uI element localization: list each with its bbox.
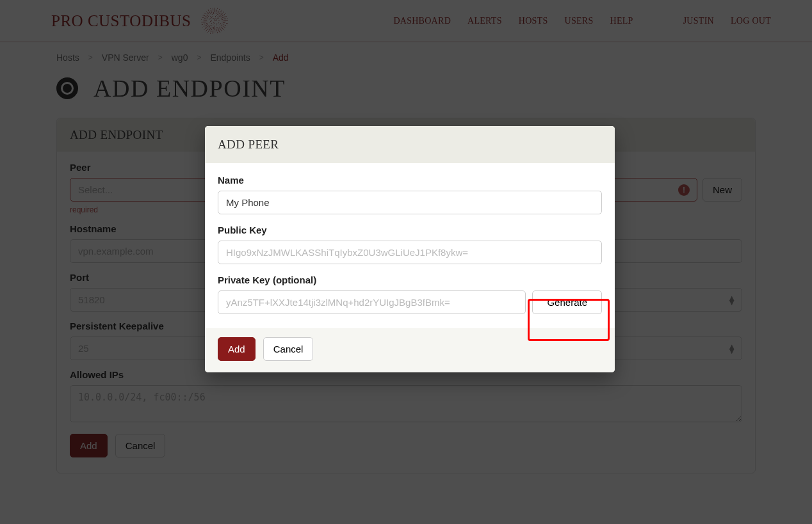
- private-key-input[interactable]: [218, 290, 526, 314]
- peer-name-label: Name: [218, 175, 602, 186]
- cancel-peer-button[interactable]: Cancel: [263, 337, 314, 361]
- generate-key-button[interactable]: Generate: [532, 290, 602, 314]
- private-key-label: Private Key (optional): [218, 274, 602, 285]
- peer-name-input[interactable]: [218, 191, 602, 214]
- modal-title: ADD PEER: [205, 126, 615, 163]
- add-peer-modal: ADD PEER Name Public Key Private Key (op…: [205, 126, 615, 372]
- add-peer-button[interactable]: Add: [218, 337, 256, 361]
- public-key-label: Public Key: [218, 225, 602, 235]
- public-key-input[interactable]: [218, 241, 602, 264]
